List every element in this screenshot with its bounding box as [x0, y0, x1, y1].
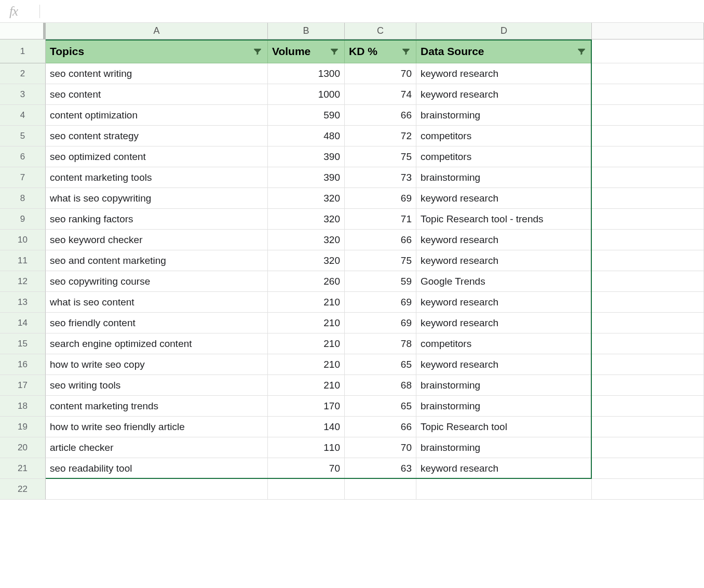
cell-source[interactable]: keyword research	[416, 313, 592, 333]
row-header[interactable]: 18	[0, 396, 46, 417]
cell-topic[interactable]: seo copywriting course	[46, 271, 268, 292]
row-header[interactable]: 15	[0, 333, 46, 354]
cell-topic[interactable]: seo and content marketing	[46, 250, 268, 271]
row-header[interactable]: 17	[0, 375, 46, 396]
cell-source[interactable]: Topic Research tool - trends	[416, 209, 592, 230]
cell-volume[interactable]: 110	[268, 437, 345, 458]
cell-topic[interactable]: search engine optimized content	[46, 333, 268, 354]
select-all-corner[interactable]	[0, 23, 46, 39]
cell-kd[interactable]: 66	[345, 417, 416, 437]
cell-source[interactable]: brainstorming	[416, 437, 592, 458]
row-header[interactable]: 10	[0, 230, 46, 250]
cell-topic[interactable]: how to write seo copy	[46, 354, 268, 375]
row-header[interactable]: 21	[0, 458, 46, 479]
cell-empty[interactable]	[592, 209, 704, 230]
cell-kd[interactable]: 65	[345, 396, 416, 417]
row-header[interactable]: 16	[0, 354, 46, 375]
column-header-b[interactable]: B	[268, 23, 345, 39]
cell-topic[interactable]: seo keyword checker	[46, 230, 268, 250]
cell-topic[interactable]: seo friendly content	[46, 313, 268, 333]
cell-kd[interactable]: 74	[345, 84, 416, 105]
cell-kd[interactable]: 66	[345, 230, 416, 250]
cell-volume[interactable]: 210	[268, 375, 345, 396]
cell-kd[interactable]: 68	[345, 375, 416, 396]
cell-volume[interactable]: 210	[268, 292, 345, 313]
filter-icon[interactable]	[577, 47, 586, 56]
cell-source[interactable]: keyword research	[416, 63, 592, 84]
cell-kd[interactable]: 78	[345, 333, 416, 354]
cell-source[interactable]: keyword research	[416, 354, 592, 375]
cell-empty[interactable]	[592, 250, 704, 271]
cell-source[interactable]: keyword research	[416, 292, 592, 313]
cell-volume[interactable]: 1300	[268, 63, 345, 84]
cell-source[interactable]: brainstorming	[416, 105, 592, 126]
cell-volume[interactable]: 1000	[268, 84, 345, 105]
cell-kd[interactable]: 75	[345, 250, 416, 271]
cell-volume[interactable]: 70	[268, 458, 345, 479]
cell-volume[interactable]: 320	[268, 250, 345, 271]
cell-empty[interactable]	[592, 437, 704, 458]
cell-volume[interactable]: 320	[268, 230, 345, 250]
row-header[interactable]: 9	[0, 209, 46, 230]
cell-empty[interactable]	[592, 458, 704, 479]
header-cell-kd[interactable]: KD %	[345, 39, 416, 63]
cell-empty[interactable]	[592, 313, 704, 333]
cell-volume[interactable]: 390	[268, 146, 345, 167]
column-header-d[interactable]: D	[416, 23, 592, 39]
filter-icon[interactable]	[253, 47, 262, 56]
column-header-a[interactable]: A	[46, 23, 268, 39]
cell-empty[interactable]	[592, 354, 704, 375]
cell-volume[interactable]: 170	[268, 396, 345, 417]
row-header[interactable]: 20	[0, 437, 46, 458]
row-header[interactable]: 12	[0, 271, 46, 292]
cell-source[interactable]: competitors	[416, 126, 592, 146]
row-header[interactable]: 4	[0, 105, 46, 126]
cell-source[interactable]: keyword research	[416, 188, 592, 209]
cell-empty[interactable]	[592, 375, 704, 396]
cell-kd[interactable]: 66	[345, 105, 416, 126]
cell-kd[interactable]: 71	[345, 209, 416, 230]
cell-empty[interactable]	[592, 126, 704, 146]
cell-kd[interactable]: 70	[345, 437, 416, 458]
cell-empty[interactable]	[592, 292, 704, 313]
formula-input[interactable]	[45, 0, 704, 22]
cell-kd[interactable]: 70	[345, 63, 416, 84]
cell-source[interactable]: brainstorming	[416, 396, 592, 417]
cell-topic[interactable]: seo ranking factors	[46, 209, 268, 230]
cell-empty[interactable]	[592, 167, 704, 188]
column-header-extra[interactable]	[592, 23, 704, 39]
row-header[interactable]: 22	[0, 479, 46, 500]
filter-icon[interactable]	[330, 47, 339, 56]
cell-source[interactable]: Topic Research tool	[416, 417, 592, 437]
row-header[interactable]: 6	[0, 146, 46, 167]
cell-source[interactable]: Google Trends	[416, 271, 592, 292]
row-header[interactable]: 19	[0, 417, 46, 437]
cell-volume[interactable]: 210	[268, 313, 345, 333]
cell-kd[interactable]: 65	[345, 354, 416, 375]
cell-empty[interactable]	[416, 479, 592, 500]
cell-source[interactable]: keyword research	[416, 84, 592, 105]
cell-volume[interactable]: 210	[268, 354, 345, 375]
header-cell-volume[interactable]: Volume	[268, 39, 345, 63]
row-header[interactable]: 14	[0, 313, 46, 333]
header-cell-topics[interactable]: Topics	[46, 39, 268, 63]
cell-topic[interactable]: how to write seo friendly article	[46, 417, 268, 437]
row-header[interactable]: 5	[0, 126, 46, 146]
cell-kd[interactable]: 59	[345, 271, 416, 292]
cell-empty[interactable]	[46, 479, 268, 500]
cell-volume[interactable]: 140	[268, 417, 345, 437]
cell-empty[interactable]	[592, 63, 704, 84]
cell-empty[interactable]	[592, 188, 704, 209]
row-header[interactable]: 3	[0, 84, 46, 105]
cell-topic[interactable]: seo content strategy	[46, 126, 268, 146]
cell-source[interactable]: brainstorming	[416, 375, 592, 396]
cell-topic[interactable]: seo readability tool	[46, 458, 268, 479]
row-header[interactable]: 8	[0, 188, 46, 209]
row-header-1[interactable]: 1	[0, 39, 46, 63]
cell-volume[interactable]: 590	[268, 105, 345, 126]
cell-empty[interactable]	[592, 39, 704, 63]
cell-volume[interactable]: 320	[268, 188, 345, 209]
cell-kd[interactable]: 69	[345, 292, 416, 313]
cell-topic[interactable]: article checker	[46, 437, 268, 458]
cell-empty[interactable]	[592, 333, 704, 354]
